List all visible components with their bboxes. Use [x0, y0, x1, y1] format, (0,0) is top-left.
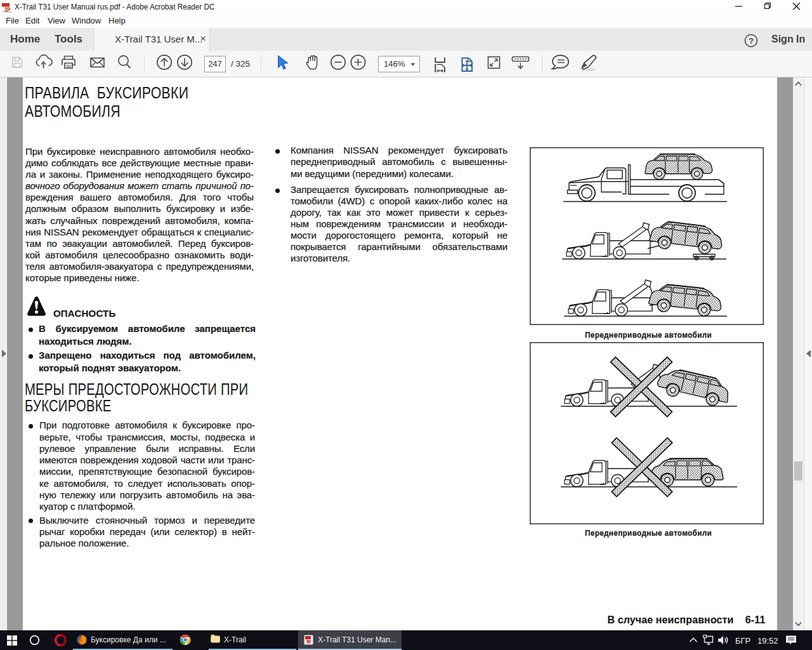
svg-text:?: ? — [749, 36, 754, 46]
